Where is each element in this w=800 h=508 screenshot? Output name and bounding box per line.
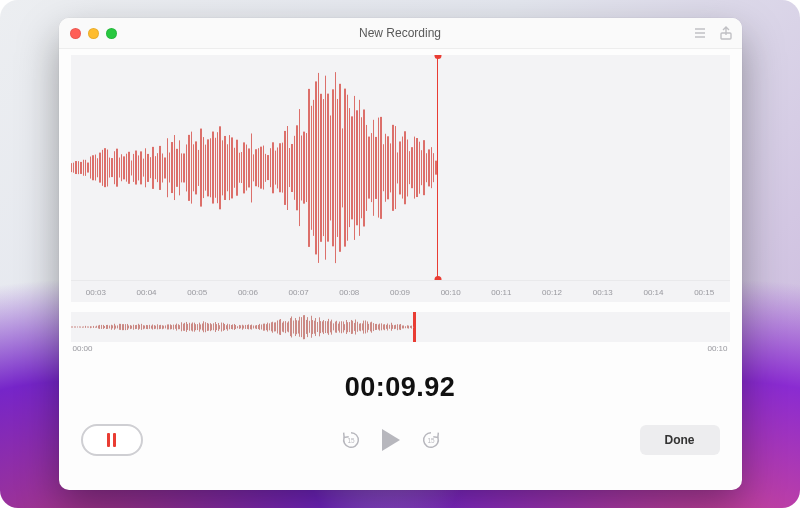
desktop-wallpaper: New Recording 00:0300: (0, 0, 800, 508)
done-button-label: Done (665, 433, 695, 447)
window-controls (70, 28, 117, 39)
ruler-tick: 00:13 (593, 288, 613, 297)
ruler-tick: 00:03 (86, 288, 106, 297)
ruler-tick: 00:11 (491, 288, 511, 297)
window-title: New Recording (59, 26, 742, 40)
share-icon[interactable] (718, 25, 734, 41)
ruler-tick: 00:04 (137, 288, 157, 297)
overview-end-label: 00:10 (707, 344, 727, 353)
svg-text:15: 15 (347, 436, 355, 443)
ruler-tick: 00:15 (694, 288, 714, 297)
done-button[interactable]: Done (640, 425, 720, 455)
ruler-tick: 00:05 (187, 288, 207, 297)
ruler-tick: 00:09 (390, 288, 410, 297)
ruler-tick: 00:12 (542, 288, 562, 297)
waveform-panel[interactable] (71, 55, 730, 280)
current-time-display: 00:09.92 (59, 372, 742, 403)
ruler-tick: 00:10 (441, 288, 461, 297)
record-pause-button[interactable] (81, 424, 143, 456)
skip-back-15-icon[interactable]: 15 (340, 429, 362, 451)
play-icon[interactable] (382, 429, 400, 451)
close-icon[interactable] (70, 28, 81, 39)
pause-icon (107, 433, 116, 447)
ruler-tick: 00:14 (643, 288, 663, 297)
minimize-icon[interactable] (88, 28, 99, 39)
overview-start-label: 00:00 (73, 344, 93, 353)
titlebar: New Recording (59, 18, 742, 49)
zoom-icon[interactable] (106, 28, 117, 39)
ruler-tick: 00:08 (339, 288, 359, 297)
ruler-tick: 00:06 (238, 288, 258, 297)
transport-controls: 15 15 Done (59, 403, 742, 490)
playhead[interactable] (437, 55, 439, 280)
overview-time-labels: 00:00 00:10 (71, 344, 730, 358)
center-controls: 15 15 (143, 429, 640, 451)
toolbar-right (692, 25, 734, 41)
time-ruler: 00:0300:0400:0500:0600:0700:0800:0900:10… (71, 280, 730, 302)
ruler-tick: 00:07 (289, 288, 309, 297)
svg-text:15: 15 (427, 436, 435, 443)
waveform-main (71, 55, 730, 280)
waveform-overview[interactable] (71, 312, 730, 342)
skip-forward-15-icon[interactable]: 15 (420, 429, 442, 451)
voice-memos-window: New Recording 00:0300: (59, 18, 742, 490)
list-icon[interactable] (692, 25, 708, 41)
